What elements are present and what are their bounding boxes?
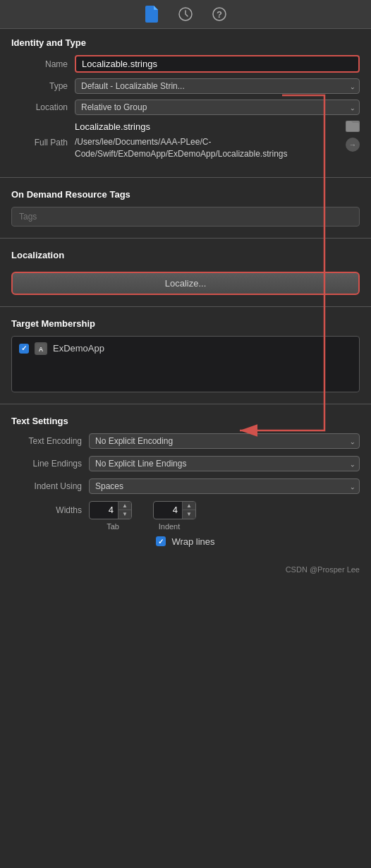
widths-row: Widths ▲ ▼ ▲ ▼: [11, 501, 360, 519]
indent-stepper-up[interactable]: ▲: [183, 502, 195, 510]
filename-display-row: Localizable.strings: [11, 121, 360, 132]
folder-icon[interactable]: [346, 121, 360, 132]
tab-stepper: ▲ ▼: [118, 502, 131, 519]
name-row: Name: [11, 55, 360, 73]
tags-input[interactable]: [11, 207, 360, 227]
full-path-row: Full Path /Users/lee/Documents/AAA-PLee/…: [11, 136, 360, 160]
svg-text:A: A: [39, 346, 44, 353]
indent-row: Indent Using Spaces: [11, 478, 360, 494]
on-demand-section-header: On Demand Resource Tags: [0, 181, 371, 204]
encoding-select[interactable]: No Explicit Encoding: [89, 433, 360, 449]
type-select[interactable]: Default - Localizable Strin...: [75, 78, 360, 94]
wrap-lines-row: ✓ Wrap lines: [11, 536, 360, 547]
full-path-label: Full Path: [11, 136, 68, 147]
svg-text:?: ?: [217, 9, 222, 20]
tab-width-input[interactable]: [90, 502, 118, 517]
history-icon[interactable]: [177, 6, 194, 23]
app-icon: A: [35, 342, 47, 355]
indent-width-field: ▲ ▼: [153, 501, 196, 519]
membership-app-name: ExDemoApp: [53, 343, 104, 354]
identity-section-header: Identity and Type: [0, 29, 371, 52]
widths-label: Widths: [11, 505, 82, 515]
wrap-label: Wrap lines: [171, 536, 214, 547]
file-icon[interactable]: [143, 6, 160, 23]
wrap-checkbox[interactable]: ✓: [156, 536, 166, 546]
indent-stepper-down[interactable]: ▼: [183, 510, 195, 519]
location-row: Location Relative to Group: [11, 100, 360, 115]
indent-width-input[interactable]: [154, 502, 182, 517]
localization-section-header: Localization: [0, 241, 371, 265]
footer-text: CSDN @Prosper Lee: [286, 565, 360, 574]
tab-col-label: Tab: [89, 522, 137, 531]
full-path-arrow[interactable]: →: [346, 138, 360, 152]
indent-select[interactable]: Spaces: [89, 478, 360, 494]
tab-stepper-down[interactable]: ▼: [118, 510, 131, 519]
type-label: Type: [11, 81, 68, 91]
help-icon[interactable]: ?: [211, 6, 228, 23]
target-section-header: Target Membership: [0, 310, 371, 333]
name-label: Name: [11, 59, 68, 69]
indent-col-label: Indent: [145, 522, 193, 531]
type-row: Type Default - Localizable Strin...: [11, 78, 360, 94]
footer: CSDN @Prosper Lee: [0, 561, 371, 578]
membership-item: ✓ A ExDemoApp: [19, 342, 352, 355]
encoding-label: Text Encoding: [11, 436, 82, 446]
indent-label: Indent Using: [11, 481, 82, 491]
full-path-value: /Users/lee/Documents/AAA-PLee/C-Code/Swi…: [75, 136, 341, 160]
line-endings-select[interactable]: No Explicit Line Endings: [89, 456, 360, 471]
line-endings-label: Line Endings: [11, 459, 82, 469]
toolbar: ?: [0, 0, 371, 29]
membership-box: ✓ A ExDemoApp: [11, 336, 360, 392]
line-endings-row: Line Endings No Explicit Line Endings: [11, 456, 360, 471]
tab-stepper-up[interactable]: ▲: [118, 502, 131, 510]
tab-width-field: ▲ ▼: [89, 501, 132, 519]
indent-stepper: ▲ ▼: [182, 502, 195, 519]
encoding-row: Text Encoding No Explicit Encoding: [11, 433, 360, 449]
localize-button[interactable]: Localize...: [11, 272, 360, 295]
membership-checkbox[interactable]: ✓: [19, 344, 29, 354]
checkmark-icon: ✓: [21, 344, 27, 352]
location-select[interactable]: Relative to Group: [75, 100, 360, 115]
filename-text: Localizable.strings: [75, 121, 341, 132]
widths-labels: Tab Indent: [11, 522, 360, 531]
wrap-checkmark-icon: ✓: [158, 538, 164, 545]
name-input[interactable]: [75, 55, 360, 73]
location-label: Location: [11, 102, 68, 112]
text-settings-header: Text Settings: [0, 407, 371, 430]
